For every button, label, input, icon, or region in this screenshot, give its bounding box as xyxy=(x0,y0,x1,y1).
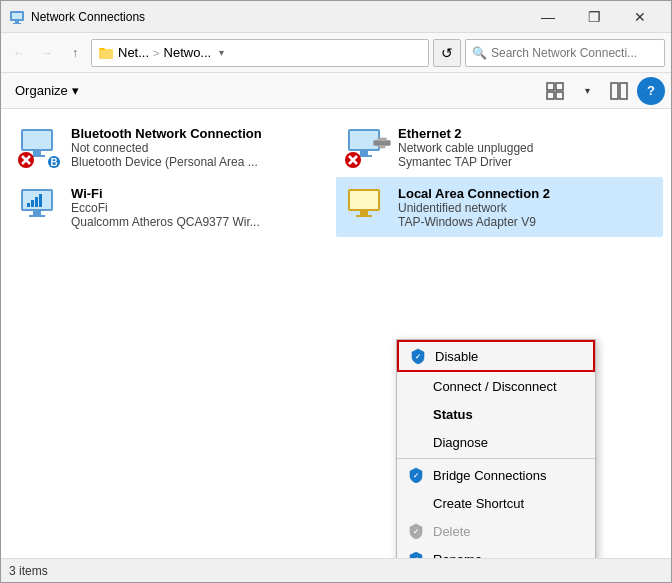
network-info: Wi-Fi EccoFi Qualcomm Atheros QCA9377 Wi… xyxy=(71,186,260,229)
network-name: Bluetooth Network Connection xyxy=(71,126,262,141)
svg-rect-38 xyxy=(39,194,42,207)
breadcrumb-part2: Netwo... xyxy=(164,45,212,60)
search-input[interactable] xyxy=(491,46,658,60)
organize-chevron: ▾ xyxy=(72,83,79,98)
empty-icon xyxy=(407,494,425,512)
svg-rect-4 xyxy=(99,49,113,59)
error-icon xyxy=(17,151,35,169)
search-box[interactable]: 🔍 xyxy=(465,39,665,67)
context-menu-connect[interactable]: Connect / Disconnect xyxy=(397,372,595,400)
panel-button[interactable] xyxy=(605,77,633,105)
list-item[interactable]: Ethernet 2 Network cable unplugged Syman… xyxy=(336,117,663,177)
disable-label: Disable xyxy=(435,349,478,364)
network-info: Local Area Connection 2 Unidentified net… xyxy=(398,186,550,229)
shield-icon: ✓ xyxy=(409,347,427,365)
svg-text:✓: ✓ xyxy=(415,353,421,360)
context-menu-shortcut[interactable]: Create Shortcut xyxy=(397,489,595,517)
context-menu-bridge[interactable]: ✓ Bridge Connections xyxy=(397,461,595,489)
context-menu-rename[interactable]: ✓ Rename xyxy=(397,545,595,558)
network-detail: TAP-Windows Adapter V9 xyxy=(398,215,550,229)
shortcut-label: Create Shortcut xyxy=(433,496,524,511)
address-chevron[interactable]: ▾ xyxy=(219,47,224,58)
svg-rect-41 xyxy=(360,211,368,215)
window-controls: — ❐ ✕ xyxy=(525,1,663,33)
svg-rect-3 xyxy=(13,23,21,24)
view-icon xyxy=(546,82,564,100)
breadcrumb-part1: Net... xyxy=(118,45,149,60)
network-info: Bluetooth Network Connection Not connect… xyxy=(71,126,262,169)
view-button[interactable] xyxy=(541,77,569,105)
address-box[interactable]: Net... > Netwo... ▾ xyxy=(91,39,429,67)
context-menu-delete: ✓ Delete xyxy=(397,517,595,545)
network-grid: B Bluetooth Network Connection Not conne… xyxy=(1,109,671,245)
shield-icon: ✓ xyxy=(407,466,425,484)
empty-icon xyxy=(407,377,425,395)
context-menu-separator xyxy=(397,458,595,459)
svg-rect-1 xyxy=(12,13,22,19)
wifi-computer-icon xyxy=(17,185,57,225)
list-item[interactable]: Local Area Connection 2 Unidentified net… xyxy=(336,177,663,237)
network-detail: Qualcomm Atheros QCA9377 Wir... xyxy=(71,215,260,229)
network-name: Local Area Connection 2 xyxy=(398,186,550,201)
close-button[interactable]: ✕ xyxy=(617,1,663,33)
network-icon-wrap xyxy=(344,185,388,229)
folder-icon xyxy=(98,45,114,61)
diagnose-label: Diagnose xyxy=(433,435,488,450)
toolbar-right: ▾ ? xyxy=(541,77,665,105)
svg-rect-37 xyxy=(35,197,38,207)
content-area: B Bluetooth Network Connection Not conne… xyxy=(1,109,671,558)
shield-icon: ✓ xyxy=(407,550,425,558)
svg-rect-42 xyxy=(356,215,372,217)
svg-rect-34 xyxy=(29,215,45,217)
bridge-label: Bridge Connections xyxy=(433,468,546,483)
error-icon xyxy=(344,151,362,169)
context-menu-status[interactable]: Status xyxy=(397,400,595,428)
network-icon-wrap xyxy=(344,125,388,169)
organize-label: Organize xyxy=(15,83,68,98)
network-detail: Bluetooth Device (Personal Area ... xyxy=(71,155,262,169)
toolbar: Organize ▾ ▾ ? xyxy=(1,73,671,109)
svg-text:B: B xyxy=(50,157,57,168)
breadcrumb-separator: > xyxy=(153,47,159,59)
svg-rect-6 xyxy=(547,83,554,90)
delete-label: Delete xyxy=(433,524,471,539)
up-button[interactable]: ↑ xyxy=(63,41,87,65)
svg-rect-33 xyxy=(33,211,41,215)
search-icon: 🔍 xyxy=(472,46,487,60)
svg-rect-5 xyxy=(99,48,105,50)
help-button[interactable]: ? xyxy=(637,77,665,105)
window-icon xyxy=(9,9,25,25)
title-bar: Network Connections — ❐ ✕ xyxy=(1,1,671,33)
list-item[interactable]: Wi-Fi EccoFi Qualcomm Atheros QCA9377 Wi… xyxy=(9,177,336,237)
rename-label: Rename xyxy=(433,552,482,559)
forward-button[interactable]: → xyxy=(35,41,59,65)
svg-rect-40 xyxy=(350,191,378,209)
context-menu-disable[interactable]: ✓ Disable xyxy=(397,340,595,372)
status-label: Status xyxy=(433,407,473,422)
refresh-button[interactable]: ↺ xyxy=(433,39,461,67)
context-menu-diagnose[interactable]: Diagnose xyxy=(397,428,595,456)
network-name: Ethernet 2 xyxy=(398,126,533,141)
restore-button[interactable]: ❐ xyxy=(571,1,617,33)
svg-rect-13 xyxy=(23,131,51,149)
connect-label: Connect / Disconnect xyxy=(433,379,557,394)
svg-rect-36 xyxy=(31,200,34,207)
svg-rect-29 xyxy=(377,138,386,141)
view-chevron-button[interactable]: ▾ xyxy=(573,77,601,105)
address-bar: ← → ↑ Net... > Netwo... ▾ ↺ 🔍 xyxy=(1,33,671,73)
list-item[interactable]: B Bluetooth Network Connection Not conne… xyxy=(9,117,336,177)
computer-icon xyxy=(344,185,384,225)
network-status: Unidentified network xyxy=(398,201,550,215)
svg-rect-28 xyxy=(373,140,390,145)
svg-rect-10 xyxy=(611,83,618,99)
network-status: EccoFi xyxy=(71,201,260,215)
svg-text:✓: ✓ xyxy=(413,528,419,535)
empty-icon xyxy=(407,433,425,451)
svg-rect-9 xyxy=(556,92,563,99)
svg-rect-11 xyxy=(620,83,627,99)
organize-button[interactable]: Organize ▾ xyxy=(7,79,87,102)
panel-icon xyxy=(610,82,628,100)
back-button[interactable]: ← xyxy=(7,41,31,65)
minimize-button[interactable]: — xyxy=(525,1,571,33)
svg-text:✓: ✓ xyxy=(413,556,419,558)
